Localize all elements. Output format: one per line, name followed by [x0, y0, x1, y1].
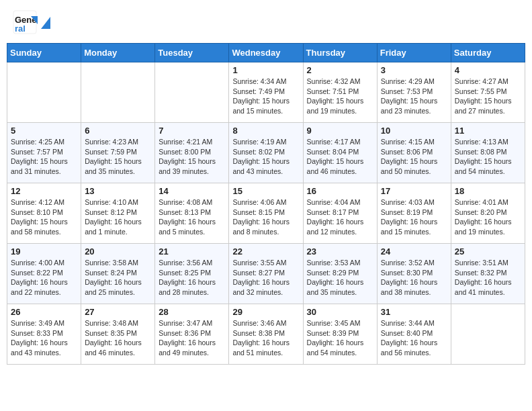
calendar-cell: 10Sunrise: 4:15 AM Sunset: 8:06 PM Dayli… — [377, 123, 451, 183]
day-info: Sunrise: 3:55 AM Sunset: 8:27 PM Dayligh… — [232, 258, 299, 298]
day-number: 17 — [381, 186, 447, 196]
day-info: Sunrise: 3:44 AM Sunset: 8:40 PM Dayligh… — [381, 318, 447, 358]
calendar-week-row: 1Sunrise: 4:34 AM Sunset: 7:49 PM Daylig… — [7, 62, 525, 123]
day-info: Sunrise: 4:17 AM Sunset: 8:04 PM Dayligh… — [307, 137, 373, 177]
day-number: 18 — [455, 186, 521, 196]
day-number: 23 — [307, 246, 373, 257]
day-info: Sunrise: 4:21 AM Sunset: 8:00 PM Dayligh… — [159, 137, 225, 177]
day-info: Sunrise: 4:19 AM Sunset: 8:02 PM Dayligh… — [232, 137, 299, 177]
logo-icon: Gene ral — [12, 9, 38, 35]
day-info: Sunrise: 4:15 AM Sunset: 8:06 PM Dayligh… — [381, 137, 447, 177]
calendar-cell — [155, 62, 229, 123]
day-number: 7 — [159, 126, 225, 136]
calendar-cell: 6Sunrise: 4:23 AM Sunset: 7:59 PM Daylig… — [81, 123, 155, 183]
calendar-cell: 8Sunrise: 4:19 AM Sunset: 8:02 PM Daylig… — [229, 123, 303, 183]
day-info: Sunrise: 4:12 AM Sunset: 8:10 PM Dayligh… — [11, 197, 77, 237]
day-number: 8 — [232, 126, 299, 136]
calendar-cell: 7Sunrise: 4:21 AM Sunset: 8:00 PM Daylig… — [155, 123, 229, 183]
weekday-header-friday: Friday — [377, 44, 451, 62]
weekday-header-monday: Monday — [81, 44, 155, 62]
day-number: 27 — [85, 307, 151, 317]
day-info: Sunrise: 3:52 AM Sunset: 8:30 PM Dayligh… — [381, 258, 447, 298]
day-number: 4 — [455, 65, 521, 75]
day-info: Sunrise: 4:23 AM Sunset: 7:59 PM Dayligh… — [85, 137, 151, 177]
day-number: 15 — [232, 186, 299, 196]
day-info: Sunrise: 4:25 AM Sunset: 7:57 PM Dayligh… — [11, 137, 77, 177]
day-info: Sunrise: 4:04 AM Sunset: 8:17 PM Dayligh… — [307, 197, 373, 237]
calendar-cell: 5Sunrise: 4:25 AM Sunset: 7:57 PM Daylig… — [7, 123, 81, 183]
day-number: 31 — [381, 307, 447, 317]
day-number: 30 — [307, 307, 373, 317]
day-number: 5 — [11, 126, 77, 136]
day-number: 28 — [159, 307, 225, 317]
weekday-header-wednesday: Wednesday — [229, 44, 303, 62]
calendar-cell: 26Sunrise: 3:49 AM Sunset: 8:33 PM Dayli… — [7, 304, 81, 365]
day-number: 2 — [307, 65, 373, 75]
day-number: 19 — [11, 246, 77, 257]
calendar-week-row: 12Sunrise: 4:12 AM Sunset: 8:10 PM Dayli… — [7, 183, 525, 244]
day-number: 29 — [232, 307, 299, 317]
calendar-cell: 24Sunrise: 3:52 AM Sunset: 8:30 PM Dayli… — [377, 244, 451, 304]
day-info: Sunrise: 4:13 AM Sunset: 8:08 PM Dayligh… — [455, 137, 521, 177]
day-info: Sunrise: 3:46 AM Sunset: 8:38 PM Dayligh… — [232, 318, 299, 358]
calendar-body: 1Sunrise: 4:34 AM Sunset: 7:49 PM Daylig… — [7, 62, 525, 365]
day-number: 11 — [455, 126, 521, 136]
weekday-header-tuesday: Tuesday — [155, 44, 229, 62]
calendar-cell: 4Sunrise: 4:27 AM Sunset: 7:55 PM Daylig… — [451, 62, 525, 123]
calendar-cell: 20Sunrise: 3:58 AM Sunset: 8:24 PM Dayli… — [81, 244, 155, 304]
svg-marker-4 — [41, 17, 50, 29]
calendar-cell: 16Sunrise: 4:04 AM Sunset: 8:17 PM Dayli… — [303, 183, 377, 244]
calendar-cell: 15Sunrise: 4:06 AM Sunset: 8:15 PM Dayli… — [229, 183, 303, 244]
day-number: 10 — [381, 126, 447, 136]
day-info: Sunrise: 4:34 AM Sunset: 7:49 PM Dayligh… — [232, 77, 299, 116]
calendar-cell: 18Sunrise: 4:01 AM Sunset: 8:20 PM Dayli… — [451, 183, 525, 244]
calendar-cell: 13Sunrise: 4:10 AM Sunset: 8:12 PM Dayli… — [81, 183, 155, 244]
day-info: Sunrise: 4:29 AM Sunset: 7:53 PM Dayligh… — [381, 77, 447, 116]
calendar-cell: 9Sunrise: 4:17 AM Sunset: 8:04 PM Daylig… — [303, 123, 377, 183]
calendar-cell — [451, 304, 525, 365]
day-number: 12 — [11, 186, 77, 196]
day-info: Sunrise: 3:47 AM Sunset: 8:36 PM Dayligh… — [159, 318, 225, 358]
calendar-cell — [81, 62, 155, 123]
logo: Gene ral — [12, 9, 50, 35]
calendar-cell: 23Sunrise: 3:53 AM Sunset: 8:29 PM Dayli… — [303, 244, 377, 304]
day-info: Sunrise: 3:49 AM Sunset: 8:33 PM Dayligh… — [11, 318, 77, 358]
calendar-cell: 17Sunrise: 4:03 AM Sunset: 8:19 PM Dayli… — [377, 183, 451, 244]
day-info: Sunrise: 4:00 AM Sunset: 8:22 PM Dayligh… — [11, 258, 77, 298]
svg-text:ral: ral — [15, 24, 26, 34]
calendar-cell: 27Sunrise: 3:48 AM Sunset: 8:35 PM Dayli… — [81, 304, 155, 365]
day-info: Sunrise: 3:58 AM Sunset: 8:24 PM Dayligh… — [85, 258, 151, 298]
calendar-cell: 12Sunrise: 4:12 AM Sunset: 8:10 PM Dayli… — [7, 183, 81, 244]
day-info: Sunrise: 3:48 AM Sunset: 8:35 PM Dayligh… — [85, 318, 151, 358]
day-number: 13 — [85, 186, 151, 196]
calendar-cell: 11Sunrise: 4:13 AM Sunset: 8:08 PM Dayli… — [451, 123, 525, 183]
calendar-cell — [7, 62, 81, 123]
calendar-week-row: 5Sunrise: 4:25 AM Sunset: 7:57 PM Daylig… — [7, 123, 525, 183]
calendar-cell: 14Sunrise: 4:08 AM Sunset: 8:13 PM Dayli… — [155, 183, 229, 244]
calendar-cell: 19Sunrise: 4:00 AM Sunset: 8:22 PM Dayli… — [7, 244, 81, 304]
day-info: Sunrise: 4:27 AM Sunset: 7:55 PM Dayligh… — [455, 77, 521, 116]
logo-arrow-icon — [41, 17, 50, 29]
day-info: Sunrise: 4:01 AM Sunset: 8:20 PM Dayligh… — [455, 197, 521, 237]
day-number: 1 — [232, 65, 299, 75]
calendar-header-row: SundayMondayTuesdayWednesdayThursdayFrid… — [7, 44, 525, 62]
calendar-week-row: 19Sunrise: 4:00 AM Sunset: 8:22 PM Dayli… — [7, 244, 525, 304]
calendar-cell: 30Sunrise: 3:45 AM Sunset: 8:39 PM Dayli… — [303, 304, 377, 365]
day-number: 25 — [455, 246, 521, 257]
day-info: Sunrise: 3:53 AM Sunset: 8:29 PM Dayligh… — [307, 258, 373, 298]
day-info: Sunrise: 4:10 AM Sunset: 8:12 PM Dayligh… — [85, 197, 151, 237]
weekday-header-sunday: Sunday — [7, 44, 81, 62]
day-info: Sunrise: 4:08 AM Sunset: 8:13 PM Dayligh… — [159, 197, 225, 237]
day-number: 22 — [232, 246, 299, 257]
day-number: 6 — [85, 126, 151, 136]
day-info: Sunrise: 4:03 AM Sunset: 8:19 PM Dayligh… — [381, 197, 447, 237]
weekday-header-saturday: Saturday — [451, 44, 525, 62]
day-info: Sunrise: 4:32 AM Sunset: 7:51 PM Dayligh… — [307, 77, 373, 116]
day-info: Sunrise: 3:56 AM Sunset: 8:25 PM Dayligh… — [159, 258, 225, 298]
calendar-cell: 1Sunrise: 4:34 AM Sunset: 7:49 PM Daylig… — [229, 62, 303, 123]
calendar-cell: 31Sunrise: 3:44 AM Sunset: 8:40 PM Dayli… — [377, 304, 451, 365]
day-number: 9 — [307, 126, 373, 136]
calendar-cell: 25Sunrise: 3:51 AM Sunset: 8:32 PM Dayli… — [451, 244, 525, 304]
calendar-table: SundayMondayTuesdayWednesdayThursdayFrid… — [7, 43, 525, 365]
calendar-cell: 3Sunrise: 4:29 AM Sunset: 7:53 PM Daylig… — [377, 62, 451, 123]
